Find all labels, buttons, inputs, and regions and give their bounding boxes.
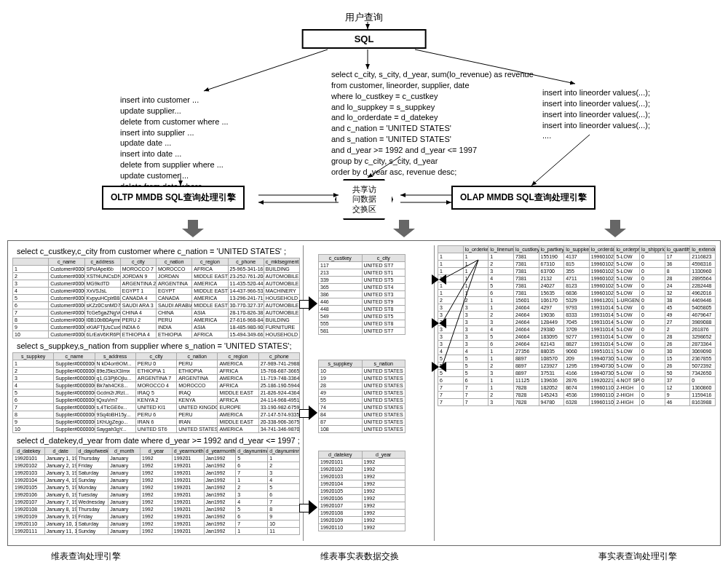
engine-oltp: OLTP MMDB SQL查询处理引擎: [102, 186, 245, 210]
engine-olap: OLAP MMDB SQL查询处理引擎: [451, 186, 596, 210]
query1-text: select c_custkey,c_city from customer wh…: [17, 247, 300, 256]
right-arrow-icon: [299, 405, 318, 420]
down-arrow-icon: [182, 220, 204, 239]
join-icon: [432, 318, 446, 328]
share-data-exchange: 共享访 问数据 交换区: [335, 179, 393, 220]
date-table: d_datekeyd_dated_dayofweekd_monthd_yeard…: [12, 447, 300, 535]
diagram-top: 用户查询 SQL insert into customer ... update…: [7, 7, 721, 218]
down-arrow-icon: [604, 220, 626, 239]
supplier-table: s_suppkeyc_names_addressc_cityc_nationc_…: [12, 352, 300, 433]
svg-line-6: [531, 135, 590, 186]
cust-result-table: c_custkeyc_city117UNITED ST7213UNITED ST…: [318, 254, 405, 335]
right-arrow-icon: [299, 500, 318, 515]
query2-text: select s_suppkey,s_nation from supplier …: [17, 341, 300, 350]
fact-table-column: lo_orderkeylo_linenumberlo_custkeylo_par…: [435, 245, 716, 541]
label-fact-engine: 事实表查询处理引擎: [598, 550, 677, 563]
down-arrow-icon: [393, 220, 415, 239]
label-dim-engine: 维表查询处理引擎: [51, 550, 121, 563]
label-exchange: 维表事实表数据交换: [320, 550, 399, 563]
svg-line-2: [204, 50, 328, 91]
supp-result-table: s_suppkeys_nation10UNITED STATES19UNITED…: [318, 360, 405, 433]
right-arrow-icon: [299, 296, 318, 311]
branch-insert-sql: insert into lineorder values(...); inser…: [542, 87, 650, 141]
lineorder-table: lo_orderkeylo_linenumberlo_custkeylo_par…: [438, 245, 716, 406]
date-result-table: d_datekeyd_year1992010119921992010219921…: [318, 451, 405, 531]
bottom-labels: 维表查询处理引擎 维表事实表数据交换 事实表查询处理引擎: [7, 546, 721, 563]
customer-table: c_namec_addressc_cityc_nationc_regionc_p…: [12, 258, 300, 339]
user-query-label: 用户查询: [345, 11, 383, 24]
exchange-column: c_custkeyc_city117UNITED ST7213UNITED ST…: [304, 245, 435, 541]
data-tables-area: select c_custkey,c_city from customer wh…: [7, 240, 721, 546]
sql-node: SQL: [302, 29, 427, 49]
join-icon: [432, 362, 446, 372]
dimension-queries-column: select c_custkey,c_city from customer wh…: [12, 245, 304, 541]
query3-text: select d_datekey,d_year from date where …: [17, 436, 300, 445]
join-icon: [432, 274, 446, 285]
branch-olap-sql: select c_city, s_city, d_year, sum(lo_re…: [331, 69, 534, 177]
